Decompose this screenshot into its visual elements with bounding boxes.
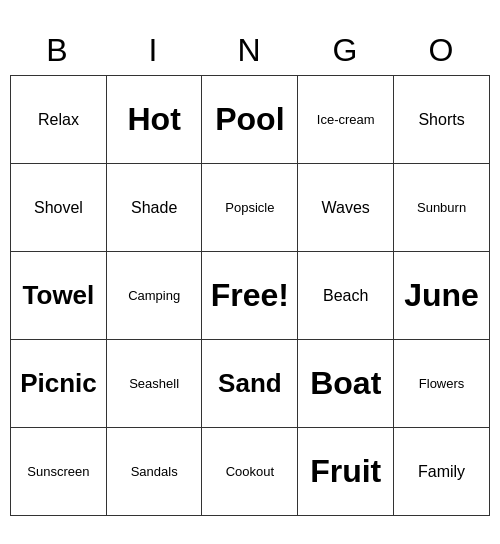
cell-1-0: Shovel (11, 164, 107, 252)
cell-1-1: Shade (106, 164, 202, 252)
cell-0-1: Hot (106, 76, 202, 164)
grid-row-2: TowelCampingFree!BeachJune (11, 252, 490, 340)
cell-2-1: Camping (106, 252, 202, 340)
header-letter-n: N (205, 32, 295, 69)
cell-0-2: Pool (202, 76, 298, 164)
cell-3-3: Boat (298, 340, 394, 428)
bingo-grid: RelaxHotPoolIce-creamShortsShovelShadePo… (10, 75, 490, 516)
cell-0-4: Shorts (394, 76, 490, 164)
cell-4-3: Fruit (298, 428, 394, 516)
cell-4-4: Family (394, 428, 490, 516)
cell-1-3: Waves (298, 164, 394, 252)
cell-4-1: Sandals (106, 428, 202, 516)
cell-1-2: Popsicle (202, 164, 298, 252)
cell-2-2: Free! (202, 252, 298, 340)
grid-row-0: RelaxHotPoolIce-creamShorts (11, 76, 490, 164)
header-letter-b: B (13, 32, 103, 69)
cell-2-0: Towel (11, 252, 107, 340)
cell-2-3: Beach (298, 252, 394, 340)
cell-0-0: Relax (11, 76, 107, 164)
cell-3-1: Seashell (106, 340, 202, 428)
bingo-header: BINGO (10, 28, 490, 75)
cell-0-3: Ice-cream (298, 76, 394, 164)
cell-1-4: Sunburn (394, 164, 490, 252)
grid-row-3: PicnicSeashellSandBoatFlowers (11, 340, 490, 428)
cell-2-4: June (394, 252, 490, 340)
grid-row-1: ShovelShadePopsicleWavesSunburn (11, 164, 490, 252)
cell-4-0: Sunscreen (11, 428, 107, 516)
bingo-card: BINGO RelaxHotPoolIce-creamShortsShovelS… (10, 28, 490, 516)
cell-4-2: Cookout (202, 428, 298, 516)
header-letter-g: G (301, 32, 391, 69)
grid-row-4: SunscreenSandalsCookoutFruitFamily (11, 428, 490, 516)
cell-3-2: Sand (202, 340, 298, 428)
header-letter-o: O (397, 32, 487, 69)
header-letter-i: I (109, 32, 199, 69)
cell-3-4: Flowers (394, 340, 490, 428)
cell-3-0: Picnic (11, 340, 107, 428)
